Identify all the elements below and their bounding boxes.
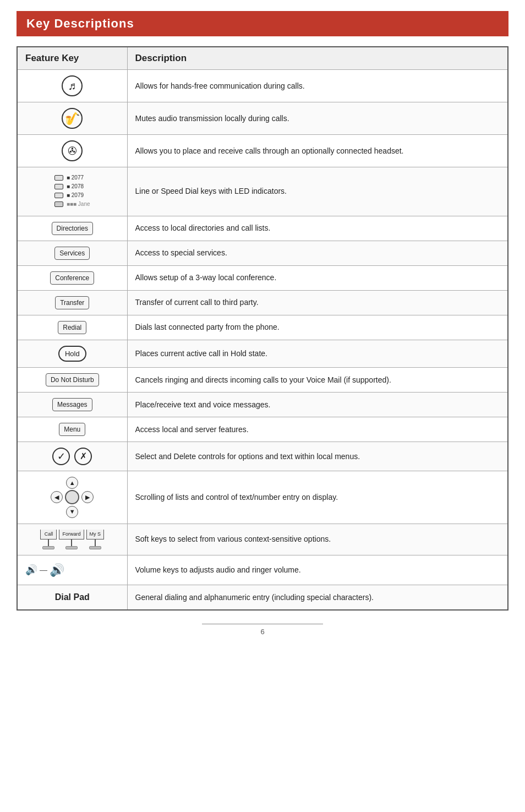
description-cell-transfer: Transfer of current call to third party.: [127, 290, 508, 315]
softkey-1: Forward: [59, 530, 84, 540]
description-cell-dialpad: General dialing and alphanumeric entry (…: [127, 585, 508, 611]
feature-key-cell-volume: 🔊 — 🔊: [17, 555, 127, 585]
description-cell-hold: Places current active call in Hold state…: [127, 340, 508, 368]
description-cell-softkeys: Soft keys to select from various context…: [127, 524, 508, 555]
page-title: Key Descriptions: [26, 17, 134, 30]
do_not_disturb-key: Do Not Disturb: [46, 373, 99, 386]
mute-icon: 🎷: [62, 108, 83, 129]
select-delete-icon: ✓ ✗: [25, 448, 119, 465]
table-row: DirectoriesAccess to local directories a…: [17, 216, 508, 241]
description-cell-directories: Access to local directories and call lis…: [127, 216, 508, 241]
feature-key-cell-select_delete: ✓ ✗: [17, 442, 127, 471]
table-row: Dial PadGeneral dialing and alphanumeric…: [17, 585, 508, 611]
softkey-0: Call: [40, 530, 57, 540]
handsfree-icon: ♬: [62, 75, 83, 96]
description-cell-mute: Mutes audio transmission locally during …: [127, 102, 508, 135]
redial-key: Redial: [58, 321, 86, 334]
description-cell-do_not_disturb: Cancels ringing and directs incoming cal…: [127, 368, 508, 393]
table-row: Call Forward My S Soft keys to select fr…: [17, 524, 508, 555]
page-header: Key Descriptions: [17, 11, 508, 36]
feature-key-cell-dialpad: Dial Pad: [17, 585, 127, 611]
feature-key-cell-transfer: Transfer: [17, 290, 127, 315]
feature-key-cell-mute: 🎷: [17, 102, 127, 135]
nav-up-btn: ▲: [66, 477, 78, 489]
table-row: TransferTransfer of current call to thir…: [17, 290, 508, 315]
description-cell-messages: Place/receive text and voice messages.: [127, 393, 508, 417]
table-row: ServicesAccess to special services.: [17, 241, 508, 265]
messages-key: Messages: [52, 398, 92, 411]
menu-key: Menu: [59, 423, 85, 436]
feature-key-cell-redial: Redial: [17, 315, 127, 340]
feature-key-cell-services: Services: [17, 241, 127, 265]
page-number: 6: [260, 628, 264, 636]
nav-cluster-icon: ▲ ◀ ▶ ▼: [51, 477, 94, 518]
conference-key: Conference: [50, 271, 94, 285]
services-key: Services: [54, 247, 90, 260]
softkeys-icon: Call Forward My S: [25, 530, 119, 550]
feature-key-cell-softkeys: Call Forward My S: [17, 524, 127, 555]
dialpad-key: Dial Pad: [55, 592, 90, 602]
feature-key-cell-nav_cluster: ▲ ◀ ▶ ▼: [17, 471, 127, 524]
feature-key-cell-messages: Messages: [17, 393, 127, 417]
col-header-feature: Feature Key: [17, 47, 127, 70]
description-cell-services: Access to special services.: [127, 241, 508, 265]
table-row: HoldPlaces current active call in Hold s…: [17, 340, 508, 368]
description-cell-menu: Access local and server features.: [127, 417, 508, 442]
feature-key-cell-menu: Menu: [17, 417, 127, 442]
table-row: ▲ ◀ ▶ ▼ Scrolling of lists and control o…: [17, 471, 508, 524]
line-keys-icon: ■ 2077■ 2078■ 2079■■■ Jane: [54, 173, 90, 209]
table-row: MessagesPlace/receive text and voice mes…: [17, 393, 508, 417]
description-cell-nav_cluster: Scrolling of lists and control of text/n…: [127, 471, 508, 524]
feature-key-cell-hold: Hold: [17, 340, 127, 368]
feature-key-cell-do_not_disturb: Do Not Disturb: [17, 368, 127, 393]
volume-icon: 🔊 — 🔊: [25, 561, 119, 579]
table-row: 🔊 — 🔊 Volume keys to adjusts audio and r…: [17, 555, 508, 585]
key-descriptions-table: Feature Key Description ♬Allows for hand…: [17, 46, 508, 611]
nav-right-btn: ▶: [81, 491, 94, 503]
hold-key: Hold: [58, 346, 86, 362]
description-cell-redial: Dials last connected party from the phon…: [127, 315, 508, 340]
table-row: Do Not DisturbCancels ringing and direct…: [17, 368, 508, 393]
feature-key-cell-handsfree: ♬: [17, 70, 127, 102]
table-row: ✓ ✗ Select and Delete controls for optio…: [17, 442, 508, 471]
directories-key: Directories: [52, 222, 93, 235]
footer-divider: [202, 624, 323, 624]
table-row: ConferenceAllows setup of a 3-way local …: [17, 265, 508, 290]
volume-up-icon: 🔊: [50, 561, 64, 579]
description-cell-headset: Allows you to place and receive calls th…: [127, 135, 508, 167]
feature-key-cell-headset: ✇: [17, 135, 127, 167]
feature-key-cell-line_speed: ■ 2077■ 2078■ 2079■■■ Jane: [17, 167, 127, 216]
description-cell-select_delete: Select and Delete controls for options a…: [127, 442, 508, 471]
nav-down-btn: ▼: [66, 506, 78, 518]
table-row: MenuAccess local and server features.: [17, 417, 508, 442]
description-cell-conference: Allows setup of a 3-way local conference…: [127, 265, 508, 290]
nav-center-btn: [65, 490, 79, 504]
table-row: ♬Allows for hands-free communication dur…: [17, 70, 508, 102]
col-header-description: Description: [127, 47, 508, 70]
nav-left-btn: ◀: [51, 491, 63, 503]
table-row: RedialDials last connected party from th…: [17, 315, 508, 340]
table-row: ■ 2077■ 2078■ 2079■■■ JaneLine or Speed …: [17, 167, 508, 216]
page-footer: 6: [17, 624, 508, 636]
delete-icon: ✗: [74, 448, 92, 465]
feature-key-cell-conference: Conference: [17, 265, 127, 290]
description-cell-volume: Volume keys to adjusts audio and ringer …: [127, 555, 508, 585]
description-cell-line_speed: Line or Speed Dial keys with LED indicat…: [127, 167, 508, 216]
volume-down-icon: 🔊: [25, 563, 37, 577]
softkey-2: My S: [86, 530, 105, 540]
select-icon: ✓: [52, 448, 70, 465]
description-cell-handsfree: Allows for hands-free communication duri…: [127, 70, 508, 102]
transfer-key: Transfer: [55, 296, 89, 309]
feature-key-cell-directories: Directories: [17, 216, 127, 241]
headset-icon: ✇: [62, 140, 83, 161]
table-row: 🎷Mutes audio transmission locally during…: [17, 102, 508, 135]
table-row: ✇Allows you to place and receive calls t…: [17, 135, 508, 167]
